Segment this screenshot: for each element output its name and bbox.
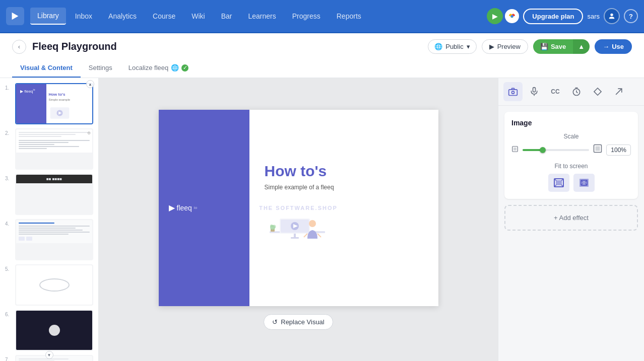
svg-rect-26 [594, 88, 601, 95]
nav-item-analytics[interactable]: Analytics [101, 8, 144, 24]
timer-tool-button[interactable] [567, 82, 586, 101]
globe-icon: 🌐 [171, 64, 179, 71]
scroll-down-arrow[interactable]: ▼ [45, 351, 53, 359]
list-item[interactable]: 2. ⚙ [4, 127, 94, 171]
nav-item-progress[interactable]: Progress [285, 8, 328, 24]
globe-icon: 🌐 [434, 43, 442, 50]
nav-item-bar[interactable]: Bar [214, 8, 239, 24]
scale-slider-thumb[interactable] [540, 147, 546, 153]
camera-tool-button[interactable] [503, 82, 523, 101]
nav-item-reports[interactable]: Reports [330, 8, 368, 24]
preview-button[interactable]: ▶ Preview [482, 39, 528, 54]
tab-settings[interactable]: Settings [81, 59, 120, 78]
slide-number: 3. [5, 176, 12, 181]
upgrade-plan-button[interactable]: Upgrade plan [523, 9, 583, 24]
save-icon: 💾 [540, 43, 548, 50]
canvas-logo: ▶ fleeq io [169, 203, 198, 212]
list-item[interactable]: 6. [4, 309, 94, 352]
chrome-icon[interactable] [505, 9, 519, 23]
logo-sup: io [194, 205, 197, 210]
user-avatar[interactable] [604, 8, 620, 24]
fit-buttons [511, 174, 631, 192]
microphone-tool-button[interactable] [525, 82, 544, 101]
slide-number: 5. [5, 266, 12, 272]
replace-label: Replace Visual [281, 318, 324, 326]
save-label: Save [551, 43, 566, 50]
list-item[interactable]: 1. ▶ fleeqio How to's Simple example [4, 82, 94, 125]
play-icon[interactable]: ▶ [487, 8, 503, 24]
scroll-up-arrow[interactable]: ▲ [86, 80, 94, 88]
svg-line-16 [317, 234, 321, 237]
page-title: Fleeq Playground [32, 41, 117, 52]
list-item[interactable]: 3. ■■ ■■■■ [4, 173, 94, 216]
scale-slider[interactable] [523, 149, 589, 151]
svg-rect-23 [533, 88, 536, 92]
replace-icon: ↺ [272, 318, 278, 326]
nav-item-library[interactable]: Library [30, 8, 66, 25]
app-logo[interactable] [6, 7, 24, 25]
canvas-illustration [265, 201, 330, 253]
right-panel: CC [498, 78, 644, 361]
slide-thumbnail[interactable] [15, 264, 93, 306]
back-button[interactable]: ‹ [12, 40, 26, 54]
slide-thumbnail[interactable]: ■■ ■■■■ [15, 174, 93, 215]
slide-thumbnail[interactable]: ▶ fleeqio How to's Simple example [15, 83, 93, 124]
fit-contain-button[interactable] [548, 174, 569, 192]
svg-point-3 [610, 14, 613, 16]
svg-rect-21 [509, 90, 518, 96]
svg-point-22 [512, 91, 514, 94]
scale-label: Scale [511, 133, 631, 140]
arrow-tool-button[interactable] [609, 82, 628, 101]
canvas-left-panel: ▶ fleeq io [159, 110, 249, 306]
slides-panel: ▲ 1. ▶ fleeqio How to's Simple example [0, 78, 99, 361]
nav-item-course[interactable]: Course [146, 8, 182, 24]
nav-item-inbox[interactable]: Inbox [68, 8, 99, 24]
nav-item-wiki[interactable]: Wiki [184, 8, 212, 24]
image-panel: Image Scale [504, 112, 638, 199]
image-panel-title: Image [511, 119, 631, 127]
canvas-area: ▶ fleeq io How to's Simple example of a … [99, 78, 498, 361]
tool-icons-row: CC [498, 78, 644, 106]
slide-number: 4. [5, 221, 12, 227]
localize-label: Localize fleeq [128, 64, 169, 71]
tab-visual-content[interactable]: Visual & Content [12, 59, 81, 78]
svg-point-20 [272, 225, 276, 228]
play-icon: ▶ [489, 43, 494, 50]
slide-thumbnail[interactable] [15, 355, 93, 361]
page-header-top: ‹ Fleeq Playground 🌐 Public ▾ ▶ Preview … [12, 39, 632, 54]
save-dropdown-button[interactable]: ▲ [573, 39, 590, 54]
svg-marker-0 [12, 13, 19, 20]
help-button[interactable]: ? [624, 9, 638, 23]
slide-number: 7. [5, 357, 12, 361]
visibility-button[interactable]: 🌐 Public ▾ [428, 39, 476, 54]
cc-tool-button[interactable]: CC [546, 82, 565, 101]
logo-play-icon: ▶ [169, 203, 175, 212]
nav-item-learners[interactable]: Learners [241, 8, 283, 24]
lock-icon: ✓ [181, 64, 188, 71]
chevron-down-icon: ▾ [467, 43, 470, 50]
tab-localize-fleeq[interactable]: Localize fleeq 🌐 ✓ [120, 59, 197, 78]
main-content: ‹ Fleeq Playground 🌐 Public ▾ ▶ Preview … [0, 33, 644, 361]
add-effect-label: + Add effect [554, 214, 589, 222]
svg-point-2 [511, 15, 513, 18]
fit-cover-button[interactable] [573, 174, 595, 192]
page-header-actions: 🌐 Public ▾ ▶ Preview 💾 Save ▲ → [428, 39, 632, 54]
slide-number: 2. [5, 130, 12, 136]
editor-area: ▲ 1. ▶ fleeqio How to's Simple example [0, 78, 644, 361]
page-header: ‹ Fleeq Playground 🌐 Public ▾ ▶ Preview … [0, 33, 644, 78]
use-button[interactable]: → Use [595, 39, 632, 54]
save-button[interactable]: 💾 Save [533, 39, 573, 54]
add-effect-area[interactable]: + Add effect [504, 205, 638, 231]
arrow-icon: → [603, 43, 609, 50]
list-item[interactable]: 4. [4, 218, 94, 261]
svg-line-15 [304, 234, 307, 237]
replace-visual-button[interactable]: ↺ Replace Visual [264, 314, 333, 330]
image-small-icon [511, 146, 519, 154]
scale-row: 100% [511, 144, 631, 156]
scale-value: 100% [606, 145, 631, 156]
diamond-tool-button[interactable] [588, 82, 607, 101]
slide-thumbnail[interactable] [15, 310, 93, 351]
slide-thumbnail[interactable]: ⚙ [15, 128, 93, 170]
list-item[interactable]: 5. [4, 263, 94, 307]
slide-thumbnail[interactable] [15, 219, 93, 260]
